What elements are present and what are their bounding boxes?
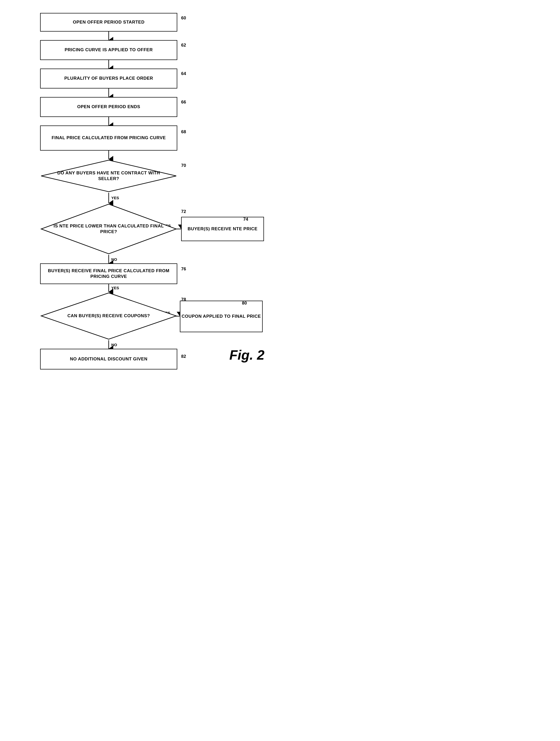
svg-text:NO: NO (111, 343, 117, 347)
ref-82: 82 (181, 354, 186, 359)
ref-64: 64 (181, 71, 186, 76)
diamond-72: IS NTE PRICE LOWER THAN CALCULATED FINAL… (40, 203, 177, 255)
box-74: BUYER(S) RECEIVE NTE PRICE (181, 217, 264, 241)
ref-66: 66 (181, 99, 186, 105)
box-82: NO ADDITIONAL DISCOUNT GIVEN (40, 349, 177, 369)
ref-60: 60 (181, 15, 186, 21)
box-68: FINAL PRICE CALCULATED FROM PRICING CURV… (40, 126, 177, 151)
box-60: OPEN OFFER PERIOD STARTED (40, 13, 177, 31)
box-80: COUPON APPLIED TO FINAL PRICE (180, 300, 263, 332)
flowchart-diagram: YES YES NO YES YES NO OPEN OFFER PERIOD … (0, 0, 280, 370)
box-62: PRICING CURVE IS APPLIED TO OFFER (40, 40, 177, 60)
ref-80: 80 (242, 300, 247, 306)
diamond-70: DO ANY BUYERS HAVE NTE CONTRACT WITH SEL… (40, 159, 177, 193)
figure-label: Fig. 2 (229, 347, 264, 363)
ref-62: 62 (181, 43, 186, 48)
svg-text:NO: NO (111, 257, 117, 262)
ref-72: 72 (181, 209, 186, 214)
box-66: OPEN OFFER PERIOD ENDS (40, 97, 177, 117)
diamond-78: CAN BUYER(S) RECEIVE COUPONS? (40, 292, 177, 340)
box-64: PLURALITY OF BUYERS PLACE ORDER (40, 69, 177, 88)
svg-text:YES: YES (111, 196, 119, 200)
ref-76: 76 (181, 267, 186, 272)
ref-70: 70 (181, 163, 186, 168)
box-76: BUYER(S) RECEIVE FINAL PRICE CALCULATED … (40, 263, 177, 284)
ref-68: 68 (181, 129, 186, 135)
ref-74: 74 (243, 217, 248, 222)
svg-text:YES: YES (111, 286, 119, 290)
